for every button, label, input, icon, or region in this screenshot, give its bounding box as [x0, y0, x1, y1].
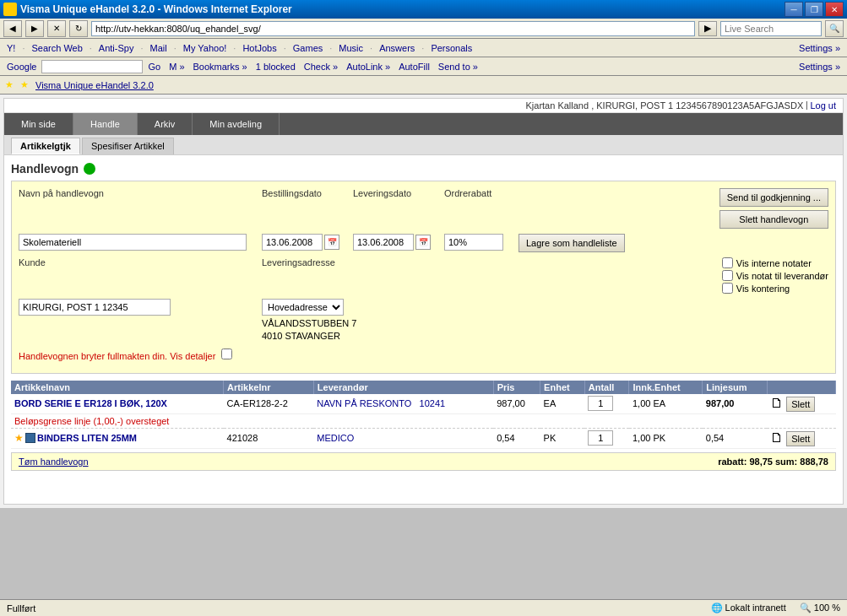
logout-link[interactable]: Log ut	[810, 100, 836, 111]
ie-frame: Kjartan Kalland , KIRURGI, POST 1 123456…	[3, 98, 844, 505]
go-button[interactable]: ▶	[698, 21, 717, 36]
bestillingsdato-label: Bestillingsdato	[262, 188, 346, 198]
settings-btn[interactable]: Settings »	[795, 43, 844, 53]
send-to-btn[interactable]: Send to »	[435, 62, 481, 72]
address-input[interactable]	[91, 21, 695, 36]
slett-handlevogn-btn[interactable]: Slett handlevogn	[719, 210, 828, 229]
artikkelnr-val-1: CA-ER128-2-2	[227, 398, 288, 408]
antispam-btn[interactable]: Anti-Spy	[95, 43, 138, 53]
cell-artikkelnavn: BORD SERIE E ER128 I BØK, 120X	[11, 394, 224, 414]
minimize-button[interactable]: ─	[785, 2, 803, 17]
leveringsadresse-select[interactable]: Hovedadresse	[262, 299, 344, 316]
cart-table: Artikkelnavn Artikkelnr Leverandør Pris …	[11, 381, 836, 449]
live-search-input[interactable]	[720, 21, 822, 36]
col-actions	[767, 381, 835, 394]
slett-row-2-btn[interactable]: Slett	[786, 431, 815, 446]
yahoo-logo[interactable]: Y!	[3, 43, 19, 53]
tab-min-avdeling[interactable]: Min avdeling	[193, 113, 280, 135]
table-header-row: Artikkelnavn Artikkelnr Leverandør Pris …	[11, 381, 836, 394]
google-settings-btn[interactable]: Settings »	[795, 62, 844, 72]
google-search-input[interactable]	[41, 60, 143, 73]
window-controls: ─ ❐ ✕	[785, 2, 844, 17]
page-title: Handlevogn	[11, 162, 79, 176]
mail-btn[interactable]: Mail	[147, 43, 171, 53]
blocked-btn[interactable]: 1 blocked	[252, 62, 299, 72]
tab-min-side[interactable]: Min side	[4, 113, 73, 135]
artikkelnavn-link-2[interactable]: BINDERS LITEN 25MM	[37, 433, 137, 443]
close-button[interactable]: ✕	[825, 2, 844, 17]
vis-notat-row: Vis notat til leverandør	[722, 270, 828, 281]
bookmarks-btn[interactable]: Bookmarks »	[190, 62, 251, 72]
doc-icon-2[interactable]: 🗋	[770, 430, 784, 445]
col-innk-enhet: Innk.Enhet	[629, 381, 703, 394]
subtab-spesifiser[interactable]: Spesifiser Artikkel	[82, 138, 174, 154]
games-btn[interactable]: Games	[290, 43, 326, 53]
fullmakt-warning: Handlevognen bryter fullmakten din. Vis …	[19, 349, 232, 361]
title-bar: Visma Unique eHandel 3.2.0 - Windows Int…	[0, 0, 847, 19]
vis-interne-label: Vis interne notater	[736, 258, 812, 268]
table-row: BORD SERIE E ER128 I BØK, 120X CA-ER128-…	[11, 394, 836, 414]
lagre-som-handleliste-btn[interactable]: Lagre som handleliste	[519, 234, 625, 252]
cell-artikkelnr-1: CA-ER128-2-2	[224, 394, 314, 414]
google-go-btn[interactable]: Go	[144, 62, 164, 72]
warning-row-1: Beløpsgrense linje (1,00,-) oversteget	[11, 413, 836, 428]
autofill-btn[interactable]: AutoFill	[395, 62, 433, 72]
address-line1: VÅLANDSSTUBBEN 7	[262, 317, 828, 330]
autolink-btn[interactable]: AutoLink »	[343, 62, 394, 72]
col-linjesum: Linjesum	[703, 381, 767, 394]
cell-innk-enhet-2: 1,00 PK	[629, 428, 703, 448]
gmail-btn[interactable]: M »	[166, 62, 187, 72]
cell-actions-2: 🗋 Slett	[767, 428, 835, 448]
vis-notat-checkbox[interactable]	[722, 270, 733, 281]
leverandor-link-1[interactable]: NAVN PÅ RESKONTO 10241	[317, 398, 445, 408]
fav-star-icon: ★	[5, 79, 14, 90]
doc-icon-1[interactable]: 🗋	[770, 396, 784, 410]
search-go-button[interactable]: 🔍	[825, 20, 844, 37]
fav-link-ehandel[interactable]: Visma Unique eHandel 3.2.0	[35, 80, 154, 90]
form-labels-row: Navn på handlevogn Bestillingsdato Lever…	[19, 188, 828, 229]
leverandor-link-2[interactable]: MEDICO	[317, 433, 354, 443]
status-indicator	[84, 163, 95, 175]
search-web-btn[interactable]: Search Web	[28, 43, 85, 53]
restore-button[interactable]: ❐	[805, 2, 823, 17]
cell-pris-2: 0,54	[493, 428, 540, 448]
cell-enhet-1: EA	[540, 394, 585, 414]
myyahoo-btn[interactable]: My Yahoo!	[180, 43, 231, 53]
leveringsdato-calendar-btn[interactable]: 📅	[415, 235, 431, 250]
slett-row-1-btn[interactable]: Slett	[786, 397, 815, 412]
leveringsdato-input[interactable]	[353, 234, 414, 251]
vis-notat-label: Vis notat til leverandør	[736, 271, 828, 281]
kunde-input[interactable]	[19, 299, 171, 316]
vis-kontering-checkbox[interactable]	[722, 283, 733, 294]
artikkelnavn-link-1[interactable]: BORD SERIE E ER128 I BØK, 120X	[14, 398, 167, 408]
warning-checkbox[interactable]	[221, 349, 232, 359]
navn-input[interactable]	[19, 234, 247, 251]
hotjobs-btn[interactable]: HotJobs	[239, 43, 280, 53]
cell-artikkelnr-2: 421028	[224, 428, 314, 448]
vis-interne-row: Vis interne notater	[722, 257, 828, 268]
check-btn[interactable]: Check »	[301, 62, 341, 72]
music-btn[interactable]: Music	[335, 43, 366, 53]
tab-handle[interactable]: Handle	[73, 113, 138, 135]
bestillingsdato-input[interactable]	[262, 234, 323, 251]
subtab-artikkelgtjk[interactable]: Artikkelgtjk	[11, 138, 80, 154]
antall-input-2[interactable]	[588, 430, 613, 446]
cell-antall-1	[584, 394, 629, 414]
forward-button[interactable]: ▶	[25, 20, 44, 37]
answers-btn[interactable]: Answers	[376, 43, 418, 53]
cell-pris-1: 987,00	[493, 394, 540, 414]
ordrerabatt-input[interactable]	[444, 234, 503, 251]
personals-btn[interactable]: Personals	[427, 43, 475, 53]
yahoo-toolbar: Y! · Search Web · Anti-Spy · Mail · My Y…	[0, 39, 847, 57]
stop-button[interactable]: ✕	[47, 20, 66, 37]
tom-handlevogn-link[interactable]: Tøm handlevogn	[19, 457, 89, 467]
refresh-button[interactable]: ↻	[69, 20, 88, 37]
send-til-godkjenning-btn[interactable]: Send til godkjenning ...	[719, 188, 828, 207]
tab-arkiv[interactable]: Arkiv	[138, 113, 193, 135]
col-antall: Antall	[584, 381, 629, 394]
bestillingsdato-calendar-btn[interactable]: 📅	[324, 235, 339, 250]
vis-interne-checkbox[interactable]	[722, 257, 733, 268]
back-button[interactable]: ◀	[3, 20, 22, 37]
antall-input-1[interactable]	[588, 396, 613, 411]
content-area: Kjartan Kalland , KIRURGI, POST 1 123456…	[0, 95, 847, 508]
